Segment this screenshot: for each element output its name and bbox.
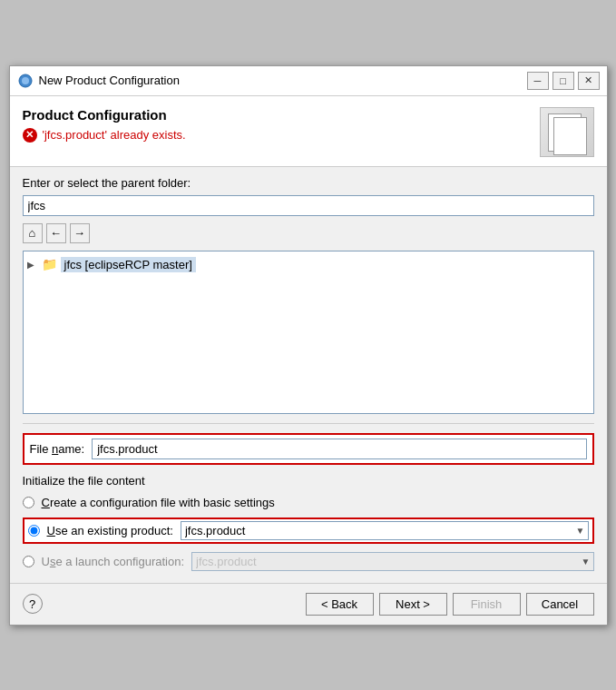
back-button[interactable]: < Back	[306, 593, 374, 616]
parent-folder-input[interactable]	[23, 195, 594, 216]
radio-use-existing-label: Use an existing product:	[47, 524, 173, 537]
window-controls: ─ □ ✕	[527, 72, 600, 90]
launch-config-dropdown-wrapper: jfcs.product ▼	[191, 552, 593, 571]
dialog-window: New Product Configuration ─ □ ✕ Product …	[9, 65, 608, 626]
tree-expand-icon: ▶	[27, 260, 38, 270]
file-name-row: File name:	[23, 433, 594, 465]
header-left: Product Configuration ✕ 'jfcs.product' a…	[23, 107, 186, 143]
radio-use-launch[interactable]	[23, 556, 34, 567]
finish-button[interactable]: Finish	[453, 593, 521, 616]
close-button[interactable]: ✕	[578, 72, 600, 90]
minimize-button[interactable]: ─	[527, 72, 549, 90]
radio-use-launch-row: Use a launch configuration: jfcs.product…	[23, 549, 594, 574]
tree-item-label: jfcs [eclipseRCP master]	[61, 257, 196, 272]
footer-section: ? < Back Next > Finish Cancel	[10, 583, 607, 625]
maximize-button[interactable]: □	[552, 72, 574, 90]
title-bar: New Product Configuration ─ □ ✕	[10, 66, 607, 96]
body-section: Enter or select the parent folder: ⌂ ← →…	[10, 167, 607, 583]
cancel-button[interactable]: Cancel	[526, 593, 594, 616]
tree-item[interactable]: ▶ 📁 jfcs [eclipseRCP master]	[27, 255, 590, 274]
help-button[interactable]: ?	[23, 594, 43, 614]
svg-point-1	[22, 77, 29, 84]
dialog-icon	[17, 73, 34, 89]
file-name-label: File name:	[30, 442, 85, 456]
divider-1	[23, 423, 594, 424]
folder-toolbar: ⌂ ← →	[23, 222, 594, 245]
folder-tree: ▶ 📁 jfcs [eclipseRCP master]	[23, 251, 594, 414]
header-image	[540, 107, 594, 157]
file-name-input[interactable]	[92, 439, 586, 459]
error-message-row: ✕ 'jfcs.product' already exists.	[23, 128, 186, 143]
footer-buttons: < Back Next > Finish Cancel	[306, 593, 594, 616]
error-icon: ✕	[23, 128, 37, 143]
radio-create-config-row: Create a configuration file with basic s…	[23, 493, 594, 512]
next-button[interactable]: Next >	[379, 593, 447, 616]
init-section-label: Initialize the file content	[23, 474, 594, 488]
radio-use-launch-label: Use a launch configuration:	[42, 555, 185, 568]
dialog-title: New Product Configuration	[39, 74, 522, 87]
tree-folder-icon: 📁	[42, 257, 57, 271]
home-button[interactable]: ⌂	[23, 223, 43, 243]
error-text: 'jfcs.product' already exists.	[43, 128, 186, 142]
page-title: Product Configuration	[23, 107, 186, 123]
forward-button[interactable]: →	[70, 223, 90, 243]
radio-create-config[interactable]	[23, 497, 34, 508]
existing-product-dropdown[interactable]: jfcs.product	[181, 521, 589, 540]
radio-create-config-label: Create a configuration file with basic s…	[42, 496, 275, 509]
parent-folder-label: Enter or select the parent folder:	[23, 176, 594, 190]
header-section: Product Configuration ✕ 'jfcs.product' a…	[10, 96, 607, 167]
radio-use-existing-row: Use an existing product: jfcs.product ▼	[23, 518, 594, 544]
radio-use-existing[interactable]	[28, 525, 40, 537]
launch-config-dropdown: jfcs.product	[191, 552, 593, 571]
back-button[interactable]: ←	[46, 223, 66, 243]
existing-product-dropdown-wrapper: jfcs.product ▼	[181, 521, 589, 540]
